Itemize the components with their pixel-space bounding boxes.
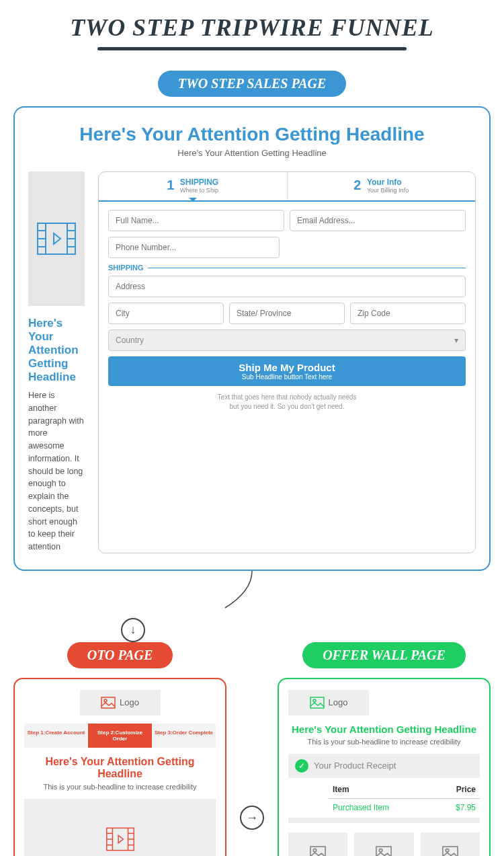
svg-rect-22 — [310, 697, 324, 708]
oto-pill: OTO PAGE — [67, 642, 173, 668]
arrow-down-icon: ↓ — [121, 618, 145, 642]
film-play-icon — [36, 222, 77, 256]
zip-input[interactable] — [350, 303, 466, 324]
oto-panel: Logo Step 1:Create Account Step 2:Custom… — [13, 678, 226, 856]
oto-headline: Here's Your Attention Getting Headline — [24, 756, 216, 780]
sales-subheadline: Here's Your Attention Getting Headline — [28, 148, 476, 158]
offer-item: SPECIAL OFFERCLICK HERE — [288, 832, 347, 856]
page-title: TWO STEP TRIPWIRE FUNNEL — [0, 13, 504, 42]
step-tabs: Step 1:Create Account Step 2:Customize O… — [24, 724, 216, 748]
image-icon — [101, 697, 116, 709]
divider — [288, 818, 480, 823]
tab-sub: Where to Ship — [180, 187, 218, 194]
svg-point-23 — [313, 699, 316, 702]
step-1[interactable]: Step 1:Create Account — [24, 724, 88, 748]
offer-item: SPECIAL OFFERCLICK HERE — [354, 832, 413, 856]
oto-sub: This is your sub-headline to increase cr… — [24, 783, 216, 791]
offer-image — [421, 832, 480, 856]
svg-point-10 — [104, 699, 107, 702]
tab-your-info[interactable]: 2 Your InfoYour Billing Info — [287, 172, 476, 200]
title-underline — [97, 47, 407, 50]
table-header: ItemPrice — [329, 785, 480, 799]
country-select[interactable]: Country ▾ — [108, 329, 466, 351]
tab-sub: Your Billing Info — [367, 187, 409, 194]
table-row: Purchased Item$7.95 — [329, 803, 480, 818]
tab-shipping[interactable]: 1 SHIPPINGWhere to Ship — [99, 172, 287, 200]
logo-placeholder: Logo — [288, 690, 369, 715]
image-icon — [309, 846, 327, 856]
film-play-icon — [106, 827, 135, 851]
ship-button-title: Ship Me My Product — [114, 362, 460, 373]
left-paragraph: Here is another paragraph with more awes… — [28, 389, 85, 553]
svg-rect-9 — [101, 697, 115, 708]
sales-page-pill: TWO STEP SALES PAGE — [158, 71, 347, 97]
chevron-down-icon: ▾ — [454, 336, 458, 345]
step-2[interactable]: Step 2:Customize Order — [88, 724, 152, 748]
offerwall-headline: Here's Your Attention Getting Headline — [288, 724, 480, 735]
address-input[interactable] — [108, 276, 466, 297]
ship-button-sub: Sub Headline button Text here — [114, 373, 460, 381]
tab-number: 2 — [353, 178, 361, 193]
image-icon — [375, 846, 392, 856]
oto-video-placeholder[interactable] — [24, 799, 216, 856]
offer-item: SPECIAL OFFERCLICK HERE — [421, 832, 480, 856]
logo-placeholder: Logo — [80, 690, 161, 715]
state-input[interactable] — [229, 303, 345, 324]
tab-title: SHIPPING — [180, 178, 218, 187]
ship-button[interactable]: Ship Me My Product Sub Headline button T… — [108, 356, 466, 386]
offer-image — [354, 832, 413, 856]
svg-point-29 — [446, 849, 448, 851]
tab-number: 1 — [167, 178, 174, 193]
country-value: Country — [116, 336, 144, 345]
shipping-label: SHIPPING — [108, 264, 466, 272]
city-input[interactable] — [108, 303, 224, 324]
sales-headline: Here's Your Attention Getting Headline — [28, 124, 476, 145]
svg-point-27 — [380, 849, 382, 851]
email-input[interactable] — [290, 210, 466, 231]
step-3[interactable]: Step 3:Order Complete — [152, 724, 216, 748]
sales-page-panel: Here's Your Attention Getting Headline H… — [13, 106, 491, 571]
fullname-input[interactable] — [108, 210, 284, 231]
image-icon — [442, 846, 459, 856]
flow-connector — [0, 571, 504, 618]
offerwall-sub: This is your sub-headline to increase cr… — [288, 738, 480, 746]
left-headline: Here's Your Attention Getting Headline — [28, 317, 85, 384]
offerwall-pill: OFFER WALL PAGE — [302, 642, 466, 668]
offer-image — [288, 832, 347, 856]
image-icon — [310, 697, 325, 709]
receipt-bar: ✓ Your Product Receipt — [288, 754, 480, 778]
tab-title: Your Info — [367, 178, 409, 187]
check-icon: ✓ — [295, 759, 308, 773]
disclaimer: Text that goes here that nobody actually… — [108, 393, 466, 412]
offerwall-panel: Logo Here's Your Attention Getting Headl… — [278, 678, 491, 856]
order-form: 1 SHIPPINGWhere to Ship 2 Your InfoYour … — [98, 171, 476, 553]
svg-point-25 — [313, 849, 316, 851]
phone-input[interactable] — [108, 237, 280, 258]
arrow-right-icon: → — [240, 806, 264, 830]
video-placeholder[interactable] — [28, 171, 85, 306]
receipt-label: Your Product Receipt — [314, 761, 396, 771]
